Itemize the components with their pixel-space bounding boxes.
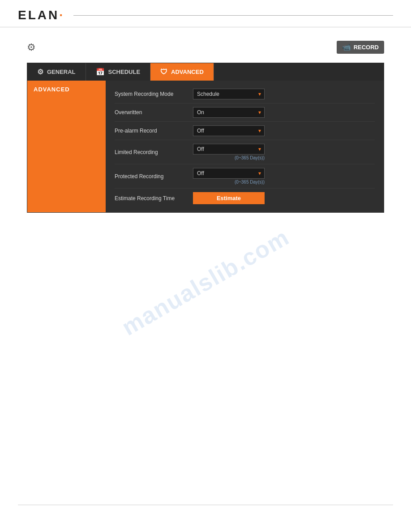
general-icon: ⚙ [37,68,43,76]
header-line [73,15,393,16]
control-overwritten: On Off [193,107,375,118]
select-limited-recording[interactable]: Off On [193,144,265,154]
select-pre-alarm-record[interactable]: Off On [193,125,265,136]
advanced-icon: 🛡 [160,68,167,76]
sidebar: ADVANCED [27,81,106,212]
camera-icon: 📹 [342,43,351,51]
row-overwritten: Overwritten On Off [115,103,375,122]
tab-bar: ⚙ GENERAL 📅 SCHEDULE 🛡 ADVANCED [27,63,384,81]
select-overwritten[interactable]: On Off [193,107,265,118]
footer-line [18,505,393,505]
header: ELAN· [0,0,411,27]
label-system-recording-mode: System Recording Mode [115,91,193,97]
label-estimate-recording-time: Estimate Recording Time [115,195,193,202]
hint-limited-recording: (0~365 Day(s)) [193,155,265,160]
label-overwritten: Overwritten [115,109,193,116]
sidebar-title: ADVANCED [34,86,99,93]
panel-container: ⚙ GENERAL 📅 SCHEDULE 🛡 ADVANCED ADVANCED… [27,63,384,213]
record-button[interactable]: 📹 RECORD [337,41,384,54]
row-limited-recording: Limited Recording Off On (0~365 Day(s)) [115,140,375,164]
hint-protected-recording: (0~365 Day(s)) [193,180,265,184]
row-protected-recording: Protected Recording Off On (0~365 Day(s)… [115,164,375,189]
row-pre-alarm-record: Pre-alarm Record Off On [115,122,375,140]
select-wrapper-overwritten: On Off [193,107,265,118]
control-pre-alarm-record: Off On [193,125,375,136]
label-limited-recording: Limited Recording [115,149,193,155]
tab-advanced[interactable]: 🛡 ADVANCED [150,63,214,81]
logo-dot: · [59,8,64,22]
row-system-recording-mode: System Recording Mode Schedule Manual Au… [115,85,375,103]
control-protected-recording: Off On (0~365 Day(s)) [193,168,375,184]
watermark: manualslib.com [117,223,294,341]
tab-schedule-label: SCHEDULE [108,69,141,75]
tab-schedule[interactable]: 📅 SCHEDULE [86,63,151,81]
row-estimate-recording-time: Estimate Recording Time Estimate [115,189,375,208]
control-system-recording-mode: Schedule Manual Auto [193,89,375,99]
label-pre-alarm-record: Pre-alarm Record [115,128,193,134]
select-protected-recording[interactable]: Off On [193,168,265,179]
control-limited-recording: Off On (0~365 Day(s)) [193,144,375,160]
select-wrapper-system-recording-mode: Schedule Manual Auto [193,89,265,99]
record-label: RECORD [354,44,379,51]
control-estimate-recording-time: Estimate [193,192,375,204]
select-wrapper-limited-recording: Off On [193,144,265,154]
top-area: ⚙ 📹 RECORD [0,27,411,58]
label-protected-recording: Protected Recording [115,173,193,180]
settings-form: System Recording Mode Schedule Manual Au… [106,81,384,212]
gear-icon: ⚙ [27,42,36,53]
tab-general-label: GENERAL [47,69,76,75]
estimate-button[interactable]: Estimate [193,192,265,204]
schedule-icon: 📅 [96,68,105,76]
elan-logo: ELAN· [18,8,64,22]
tab-general[interactable]: ⚙ GENERAL [27,63,86,81]
select-wrapper-protected-recording: Off On [193,168,265,179]
content-area: ADVANCED System Recording Mode Schedule … [27,81,384,212]
tab-advanced-label: ADVANCED [171,69,204,75]
select-system-recording-mode[interactable]: Schedule Manual Auto [193,89,265,99]
select-wrapper-pre-alarm-record: Off On [193,125,265,136]
